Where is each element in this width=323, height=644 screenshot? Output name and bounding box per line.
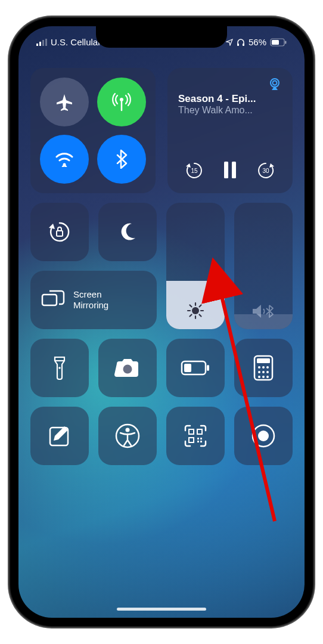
qr-scan-button[interactable] (166, 407, 225, 465)
antenna-icon (111, 91, 132, 113)
carrier-label: U.S. Cellular (51, 37, 101, 47)
screen-record-icon (251, 423, 276, 448)
svg-text:30: 30 (262, 168, 269, 174)
phone-frame: U.S. Cellular 56% (10, 18, 313, 626)
battery-icon (270, 38, 287, 47)
media-tile[interactable]: Season 4 - Epi... They Walk Amo... 15 30 (167, 68, 293, 193)
do-not-disturb-button[interactable] (98, 203, 157, 261)
svg-rect-53 (197, 441, 199, 442)
svg-rect-49 (197, 429, 202, 434)
airplane-icon (55, 92, 74, 112)
media-title: Season 4 - Epi... (178, 93, 282, 105)
svg-point-39 (258, 371, 260, 373)
screen-mirroring-label: Screen Mirroring (73, 289, 108, 311)
low-power-button[interactable] (166, 339, 225, 397)
battery-low-power-icon (181, 360, 210, 376)
svg-point-11 (271, 79, 279, 87)
svg-rect-15 (232, 162, 236, 178)
accessibility-button[interactable] (98, 407, 157, 465)
bluetooth-icon (116, 150, 128, 169)
svg-point-42 (258, 376, 260, 378)
calculator-button[interactable] (234, 339, 293, 397)
svg-rect-1 (39, 42, 41, 46)
svg-point-29 (58, 367, 61, 369)
media-subtitle: They Walk Amo... (178, 105, 282, 116)
svg-text:15: 15 (191, 168, 198, 174)
svg-point-56 (258, 431, 269, 441)
play-pause-button[interactable] (218, 157, 243, 182)
speaker-bluetooth-icon (251, 303, 275, 320)
svg-point-38 (266, 366, 269, 369)
skip-back-button[interactable]: 15 (182, 157, 207, 182)
svg-line-23 (190, 305, 192, 307)
skip-forward-button[interactable]: 30 (253, 157, 278, 182)
calculator-icon (253, 355, 274, 381)
home-indicator[interactable] (117, 608, 206, 611)
svg-rect-35 (257, 358, 270, 363)
svg-point-10 (63, 163, 66, 166)
svg-point-43 (262, 376, 265, 378)
bluetooth-toggle[interactable] (97, 135, 146, 184)
svg-rect-32 (184, 364, 191, 372)
svg-rect-8 (285, 41, 287, 44)
svg-rect-52 (200, 438, 202, 439)
rotation-lock-icon (46, 219, 73, 245)
connectivity-cluster[interactable] (30, 68, 156, 193)
battery-label: 56% (249, 37, 266, 47)
svg-line-25 (190, 315, 192, 317)
status-right: 56% (226, 37, 287, 47)
svg-rect-3 (45, 39, 47, 46)
qr-scan-icon (183, 423, 208, 448)
wifi-icon (54, 151, 74, 167)
screen-record-button[interactable] (234, 407, 293, 465)
headphones-icon (237, 38, 245, 47)
svg-rect-2 (42, 40, 44, 46)
svg-rect-7 (272, 40, 279, 45)
wifi-toggle[interactable] (40, 135, 89, 184)
svg-rect-51 (197, 438, 199, 439)
sun-icon (187, 302, 204, 320)
screen-mirroring-button[interactable]: Screen Mirroring (30, 271, 157, 329)
cellular-toggle[interactable] (97, 78, 146, 126)
moon-icon (117, 221, 138, 243)
svg-rect-14 (224, 162, 228, 178)
svg-rect-5 (243, 44, 244, 46)
svg-point-36 (258, 366, 260, 369)
svg-line-26 (200, 305, 201, 307)
camera-button[interactable] (98, 339, 157, 397)
flashlight-icon (52, 355, 67, 381)
airplane-toggle[interactable] (40, 78, 89, 126)
compose-icon (48, 424, 72, 448)
svg-rect-50 (189, 438, 194, 442)
svg-rect-4 (237, 44, 239, 46)
notes-button[interactable] (30, 407, 89, 465)
camera-icon (114, 358, 141, 378)
svg-rect-17 (57, 231, 63, 236)
brightness-slider[interactable] (166, 203, 225, 329)
flashlight-button[interactable] (30, 339, 89, 397)
notch (96, 26, 227, 48)
svg-point-47 (126, 428, 130, 432)
svg-point-12 (273, 81, 277, 85)
svg-rect-0 (36, 44, 38, 46)
svg-point-30 (123, 365, 132, 374)
svg-point-41 (266, 371, 269, 373)
location-icon (226, 39, 233, 46)
screen: U.S. Cellular 56% (18, 26, 305, 618)
screens-icon (41, 290, 65, 310)
orientation-lock-button[interactable] (30, 203, 89, 261)
svg-point-40 (262, 371, 265, 373)
svg-point-44 (266, 376, 269, 378)
airplay-icon[interactable] (268, 78, 282, 91)
svg-rect-54 (200, 441, 202, 442)
accessibility-icon (115, 423, 140, 448)
svg-rect-48 (189, 429, 194, 434)
svg-point-37 (262, 366, 265, 369)
svg-line-24 (200, 315, 201, 317)
control-center: Season 4 - Epi... They Walk Amo... 15 30 (30, 68, 293, 606)
volume-slider[interactable] (234, 203, 293, 329)
svg-point-18 (192, 307, 199, 314)
media-controls: 15 30 (178, 157, 282, 187)
svg-rect-27 (42, 295, 57, 305)
signal-icon (36, 39, 47, 46)
